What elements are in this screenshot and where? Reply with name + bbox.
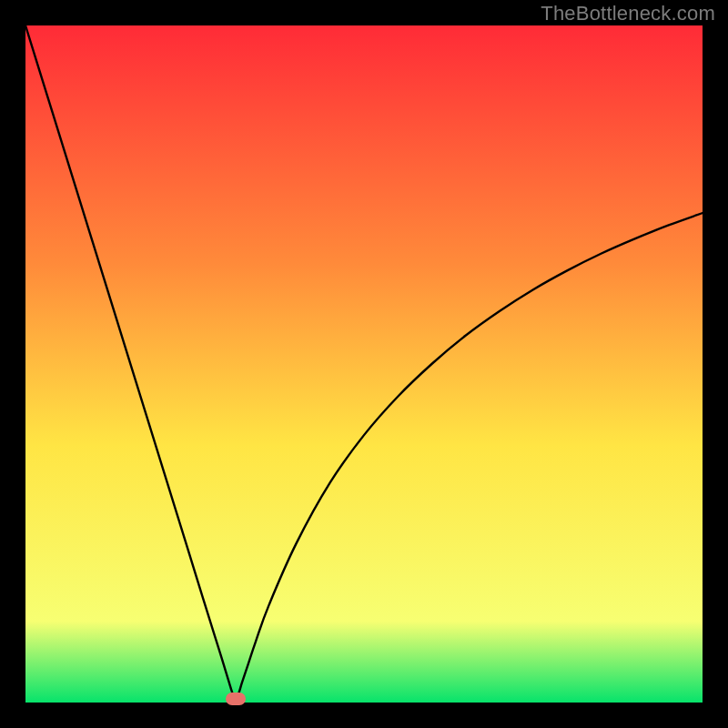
gradient-background: [25, 25, 703, 703]
minimum-marker: [226, 693, 246, 705]
plot-frame: [25, 25, 703, 703]
watermark-text: TheBottleneck.com: [541, 2, 715, 25]
plot-svg: [25, 25, 703, 703]
chart-container: TheBottleneck.com: [0, 0, 728, 728]
